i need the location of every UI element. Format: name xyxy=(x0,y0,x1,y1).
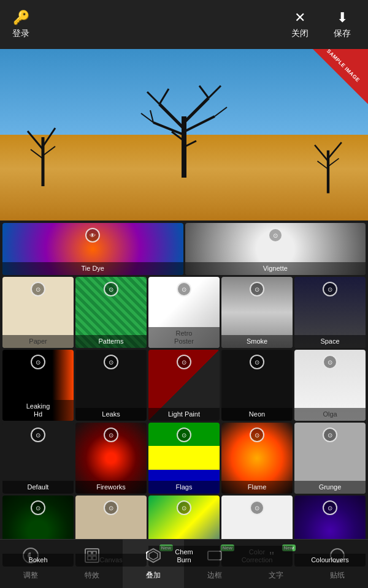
effect-flame[interactable]: ⊙Flame xyxy=(221,423,293,494)
effect-label-chem-burn: Chem Burn xyxy=(148,546,220,567)
effects-row-3: ⊙Leaking Hd⊙Leaks⊙Light Paint⊙Neon⊙Olga xyxy=(2,350,366,421)
svg-line-7 xyxy=(209,86,221,98)
effect-label-light-paint: Light Paint xyxy=(148,408,220,421)
effect-icon-smoke: ⊙ xyxy=(250,282,264,296)
svg-line-16 xyxy=(43,128,55,146)
effect-default[interactable]: ⊙Default xyxy=(2,423,74,494)
nav-label-text: 文字 xyxy=(269,570,283,581)
svg-line-20 xyxy=(315,145,328,161)
effect-icon-colourlovers: ⊙ xyxy=(323,500,337,515)
svg-line-23 xyxy=(328,159,339,167)
effect-paper[interactable]: ⊙Paper xyxy=(2,277,74,348)
svg-line-6 xyxy=(159,89,169,104)
effect-grunge[interactable]: ⊙Grunge xyxy=(294,423,366,494)
effect-icon-fireworks: ⊙ xyxy=(104,428,118,442)
effect-label-olga: Olga xyxy=(294,408,366,421)
login-button[interactable]: 🔑 登录 xyxy=(6,4,36,45)
effect-label-patterns: Patterns xyxy=(75,335,147,348)
effect-icon-flags: ⊙ xyxy=(177,428,191,442)
effects-row-2: ⊙Paper⊙Patterns⊙Retro Poster⊙Smoke⊙Space xyxy=(2,277,366,348)
effect-icon-space: ⊙ xyxy=(323,282,337,296)
effect-icon-vignette: ⊙ xyxy=(268,228,283,243)
effect-space[interactable]: ⊙Space xyxy=(294,277,366,348)
effect-label-smoke: Smoke xyxy=(221,335,293,348)
effect-label-paper: Paper xyxy=(2,335,74,348)
close-label: 关闭 xyxy=(291,28,309,39)
effect-label-default: Default xyxy=(2,481,74,494)
close-button[interactable]: ✕ 关闭 xyxy=(280,4,320,45)
effect-label-grunge: Grunge xyxy=(294,481,366,494)
effect-icon-canvas: ⊙ xyxy=(104,500,118,515)
effect-icon-grunge: ⊙ xyxy=(323,428,337,442)
close-icon: ✕ xyxy=(294,10,305,26)
effect-label-space: Space xyxy=(294,335,366,348)
effect-icon-bokeh: ⊙ xyxy=(31,500,45,515)
effects-first-row: 👁 Tie Dye ⊙ Vignette xyxy=(2,223,366,275)
save-button[interactable]: ⬇ 保存 xyxy=(323,4,362,45)
tree-silhouette xyxy=(123,80,245,178)
svg-line-18 xyxy=(43,146,55,156)
key-icon: 🔑 xyxy=(13,10,29,26)
sample-badge-container: SAMPLE IMAGE xyxy=(313,49,368,104)
effect-label-neon: Neon xyxy=(221,408,293,421)
nav-label-border: 边框 xyxy=(207,570,222,581)
nav-label-overlay: 叠加 xyxy=(146,570,161,581)
effect-patterns[interactable]: ⊙Patterns xyxy=(75,277,147,348)
effect-neon[interactable]: ⊙Neon xyxy=(221,350,293,421)
svg-line-17 xyxy=(31,149,43,159)
effect-label-leaks: Leaks xyxy=(75,408,147,421)
sample-triangle xyxy=(313,49,368,104)
effect-icon-olga: ⊙ xyxy=(323,355,337,369)
save-label: 保存 xyxy=(334,28,351,39)
preview-area: SAMPLE IMAGE xyxy=(0,49,368,221)
effect-label-vignette: Vignette xyxy=(185,262,366,275)
effect-fireworks[interactable]: ⊙Fireworks xyxy=(75,423,147,494)
effect-leaks[interactable]: ⊙Leaks xyxy=(75,350,147,421)
effect-vignette[interactable]: ⊙ Vignette xyxy=(185,223,366,275)
effect-label-tie-dye: Tie Dye xyxy=(2,262,183,275)
effect-icon-patterns: ⊙ xyxy=(104,282,118,296)
effect-smoke[interactable]: ⊙Smoke xyxy=(221,277,293,348)
svg-line-11 xyxy=(215,107,227,116)
effect-label-leaking-hd: Leaking Hd xyxy=(2,400,74,421)
top-actions: ✕ 关闭 ⬇ 保存 xyxy=(280,4,362,45)
effect-olga[interactable]: ⊙Olga xyxy=(294,350,366,421)
effect-canvas[interactable]: ⊙Canvas xyxy=(75,496,147,567)
effects-grid-container: ⊙Paper⊙Patterns⊙Retro Poster⊙Smoke⊙Space… xyxy=(2,277,366,567)
effect-label-colourlovers: Colourlovers xyxy=(294,554,366,567)
login-label: 登录 xyxy=(12,28,29,39)
effect-color-correction[interactable]: ⊙Color Correction xyxy=(221,496,293,567)
nav-label-effects: 特效 xyxy=(85,570,99,581)
effects-row-5: ⊙Bokeh⊙Canvas⊙Chem Burn⊙Color Correction… xyxy=(2,496,366,567)
effect-label-retro-poster: Retro Poster xyxy=(148,327,220,348)
effect-retro-poster[interactable]: ⊙Retro Poster xyxy=(148,277,220,348)
effect-label-canvas: Canvas xyxy=(75,554,147,567)
effect-label-bokeh: Bokeh xyxy=(2,554,74,567)
effect-bokeh[interactable]: ⊙Bokeh xyxy=(2,496,74,567)
effect-icon-tie-dye: 👁 xyxy=(85,228,100,243)
effect-icon-leaking-hd: ⊙ xyxy=(31,355,45,369)
effects-row-4: ⊙Default⊙Fireworks⊙Flags⊙Flame⊙Grunge xyxy=(2,423,366,494)
effect-label-color-correction: Color Correction xyxy=(221,546,293,567)
effect-label-fireworks: Fireworks xyxy=(75,481,147,494)
svg-line-15 xyxy=(28,131,43,149)
svg-line-2 xyxy=(184,98,209,123)
svg-line-5 xyxy=(147,92,159,104)
effect-tie-dye[interactable]: 👁 Tie Dye xyxy=(2,223,183,275)
top-bar: 🔑 登录 ✕ 关闭 ⬇ 保存 xyxy=(0,0,368,49)
svg-line-8 xyxy=(199,86,209,98)
effect-chem-burn[interactable]: ⊙Chem Burn xyxy=(148,496,220,567)
nav-label-texture: 贴纸 xyxy=(330,570,345,581)
tree-right xyxy=(307,127,350,195)
tree-left xyxy=(18,113,67,186)
effect-icon-default: ⊙ xyxy=(31,428,45,442)
effect-icon-neon: ⊙ xyxy=(250,355,264,369)
effect-light-paint[interactable]: ⊙Light Paint xyxy=(148,350,220,421)
effect-colourlovers[interactable]: ⊙Colourlovers xyxy=(294,496,366,567)
svg-line-1 xyxy=(159,104,184,129)
effect-flags[interactable]: ⊙Flags xyxy=(148,423,220,494)
effect-leaking-hd[interactable]: ⊙Leaking Hd xyxy=(2,350,74,421)
svg-line-22 xyxy=(318,161,329,169)
effect-icon-chem-burn: ⊙ xyxy=(177,500,191,515)
svg-line-21 xyxy=(328,142,342,158)
